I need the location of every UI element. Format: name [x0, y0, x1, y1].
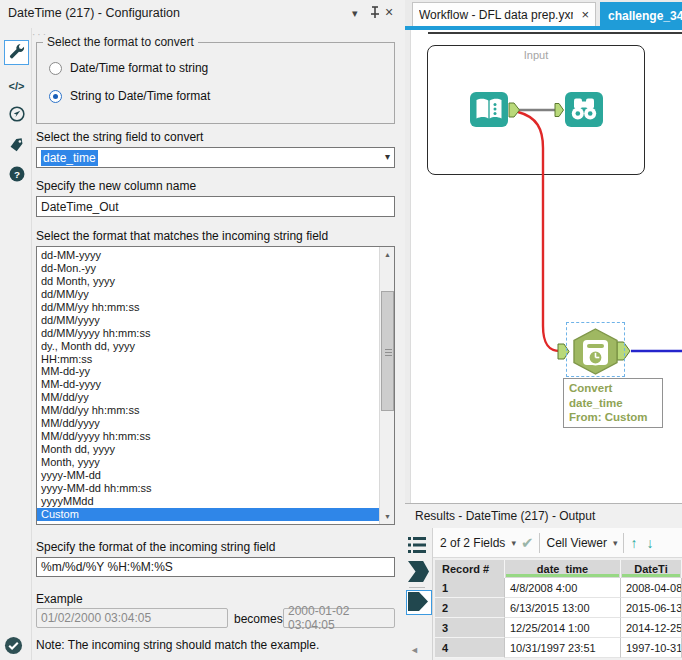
list-scrollbar[interactable]: ▲ ▼ — [379, 247, 394, 524]
xml-view-button[interactable]: </> — [4, 73, 29, 98]
date-time-cell[interactable]: 12/25/2014 1:00 — [505, 618, 621, 638]
browse-tool[interactable] — [565, 92, 603, 127]
wire-red — [518, 112, 560, 351]
col-header-datetime-out[interactable]: DateTi — [621, 560, 682, 578]
note-text: Note: The incoming string should match t… — [36, 638, 319, 652]
tab-workflow[interactable]: Workflow - DFL data prep.yxmd* × — [412, 2, 596, 26]
format-list-item[interactable]: HH:mm:ss — [37, 353, 379, 366]
format-list-item[interactable]: MM/dd/yy hh:mm:ss — [37, 404, 379, 417]
cell-viewer-caret-icon[interactable]: ▾ — [613, 538, 618, 548]
wrench-icon — [8, 42, 26, 63]
format-list-item[interactable]: dd Month, yyyy — [37, 275, 379, 288]
fields-dropdown[interactable]: 2 of 2 Fields — [440, 536, 505, 550]
help-button[interactable]: ? — [4, 163, 29, 188]
string-field-dropdown[interactable]: date_time ▾ — [36, 147, 395, 168]
radio-datetime-to-string[interactable]: Date/Time format to string — [49, 61, 208, 75]
record-number-cell[interactable]: 2 — [435, 598, 505, 618]
sort-up-icon[interactable]: ↑ — [630, 535, 637, 551]
format-list-item[interactable]: dd/MM/yy hh:mm:ss — [37, 301, 379, 314]
datetime-out-cell[interactable]: 1997-10-31 — [621, 638, 682, 658]
compass-icon — [8, 105, 26, 126]
dropdown-selected-value: date_time — [41, 150, 98, 166]
format-list-item[interactable]: dd/MM/yyyy hh:mm:ss — [37, 327, 379, 340]
list-view-icon[interactable] — [406, 534, 428, 559]
datetime-out-cell[interactable]: 2014-12-25 — [621, 618, 682, 638]
sort-down-icon[interactable]: ↓ — [646, 535, 653, 551]
navigation-button[interactable] — [4, 103, 29, 128]
tag-icon — [8, 135, 26, 156]
scroll-down-button[interactable]: ▼ — [380, 509, 395, 524]
column-name-label: Specify the new column name — [36, 179, 196, 193]
format-list-item[interactable]: Month, yyyy — [37, 456, 379, 469]
results-grid: Record # date_time DateTi 1 4/8/2008 4:0… — [435, 560, 682, 660]
radio-icon[interactable] — [49, 62, 62, 75]
config-titlebar: DateTime (217) - Configuration ▾ × — [0, 0, 405, 27]
format-list-item[interactable]: dd-Mon.-yy — [37, 262, 379, 275]
table-row[interactable]: 2 6/13/2015 13:00 2015-06-13 — [435, 598, 682, 618]
format-list-item[interactable]: yyyyMMdd — [37, 495, 379, 508]
configuration-tab-button[interactable] — [4, 40, 29, 65]
format-list-item[interactable]: MM/dd/yy — [37, 391, 379, 404]
format-list-item[interactable]: dd/MM/yyyy — [37, 314, 379, 327]
record-number-cell[interactable]: 1 — [435, 578, 505, 598]
format-list-label: Select the format that matches the incom… — [36, 229, 328, 243]
example-input-field: 01/02/2000 03:04:05 — [36, 608, 228, 628]
column-name-input[interactable]: DateTime_Out — [36, 196, 395, 217]
strip-divider — [409, 587, 425, 588]
format-list-item[interactable]: yyyy-MM-dd — [37, 469, 379, 482]
field-select-label: Select the string field to convert — [36, 130, 203, 144]
scroll-up-button[interactable]: ▲ — [380, 247, 395, 262]
format-list-item[interactable]: Month dd, yyyy — [37, 443, 379, 456]
format-group: Select the format to convert Date/Time f… — [36, 42, 395, 124]
record-number-cell[interactable]: 3 — [435, 618, 505, 638]
example-output-field: 2000-01-02 03:04:05 — [283, 608, 395, 628]
fields-caret-icon[interactable]: ▾ — [511, 538, 516, 548]
format-listbox[interactable]: dd-MM-yyyydd-Mon.-yydd Month, yyyydd/MM/… — [36, 246, 395, 525]
scroll-left-icon[interactable]: ◄ — [410, 645, 419, 655]
binoculars-icon — [565, 92, 603, 127]
date-time-cell[interactable]: 10/31/1997 23:51 — [505, 638, 621, 658]
format-list-item[interactable]: MM/dd/yyyy — [37, 417, 379, 430]
col-header-record[interactable]: Record # — [435, 560, 505, 578]
custom-format-input[interactable]: %m/%d/%Y %H:%M:%S — [36, 557, 395, 577]
date-time-cell[interactable]: 4/8/2008 4:00 — [505, 578, 621, 598]
grid-header-row: Record # date_time DateTi — [435, 560, 682, 578]
datetime-out-cell[interactable]: 2008-04-08 — [621, 578, 682, 598]
format-list-item[interactable]: MM/dd/yyyy hh:mm:ss — [37, 430, 379, 443]
format-list-item[interactable]: MM-dd-yyyy — [37, 378, 379, 391]
results-toolbar: 2 of 2 Fields ▾ ✔ Cell Viewer ▾ ↑ ↓ — [433, 528, 682, 558]
annotation-button[interactable] — [4, 133, 29, 158]
format-list-item[interactable]: dd/MM/yy — [37, 288, 379, 301]
table-row[interactable]: 3 12/25/2014 1:00 2014-12-25 — [435, 618, 682, 638]
pin-icon[interactable] — [368, 5, 382, 23]
custom-format-label: Specify the format of the incoming strin… — [36, 540, 275, 554]
datetime-tool[interactable] — [566, 322, 625, 378]
tool-annotation[interactable]: Convert date_time From: Custom — [563, 378, 663, 428]
results-titlebar: Results - DateTime (217) - Output — [405, 504, 682, 528]
datetime-out-cell[interactable]: 2015-06-13 — [621, 598, 682, 618]
record-number-cell[interactable]: 4 — [435, 638, 505, 658]
becomes-label: becomes — [234, 612, 283, 626]
apply-check-icon[interactable]: ✔ — [521, 534, 534, 552]
radio-string-to-datetime[interactable]: String to Date/Time format — [49, 89, 210, 103]
date-time-cell[interactable]: 6/13/2015 13:00 — [505, 598, 621, 618]
format-list-item[interactable]: MM-dd-yy — [37, 365, 379, 378]
tab-close-icon[interactable]: × — [581, 7, 589, 22]
close-panel-icon[interactable]: × — [385, 4, 393, 20]
data-view-selected[interactable] — [406, 590, 432, 615]
cell-viewer-dropdown[interactable]: Cell Viewer — [546, 536, 606, 550]
format-list-item[interactable]: yyyy-MM-dd hh:mm:ss — [37, 482, 379, 495]
table-row[interactable]: 4 10/31/1997 23:51 1997-10-31 — [435, 638, 682, 658]
col-header-date-time[interactable]: date_time — [505, 560, 621, 578]
chevron-down-icon[interactable]: ▾ — [385, 151, 390, 162]
format-list-item[interactable]: dy., Month dd, yyyy — [37, 340, 379, 353]
scrollbar-thumb[interactable] — [381, 291, 394, 411]
tab-challenge[interactable]: challenge_34_s — [600, 2, 682, 30]
radio-selected-icon[interactable] — [49, 90, 62, 103]
output-anchor-input-tool — [509, 103, 520, 117]
input-data-tool[interactable] — [470, 92, 508, 127]
panel-menu-caret-icon[interactable]: ▾ — [352, 7, 358, 20]
format-list-item[interactable]: dd-MM-yyyy — [37, 249, 379, 262]
table-row[interactable]: 1 4/8/2008 4:00 2008-04-08 — [435, 578, 682, 598]
format-list-item[interactable]: Custom — [37, 508, 379, 521]
